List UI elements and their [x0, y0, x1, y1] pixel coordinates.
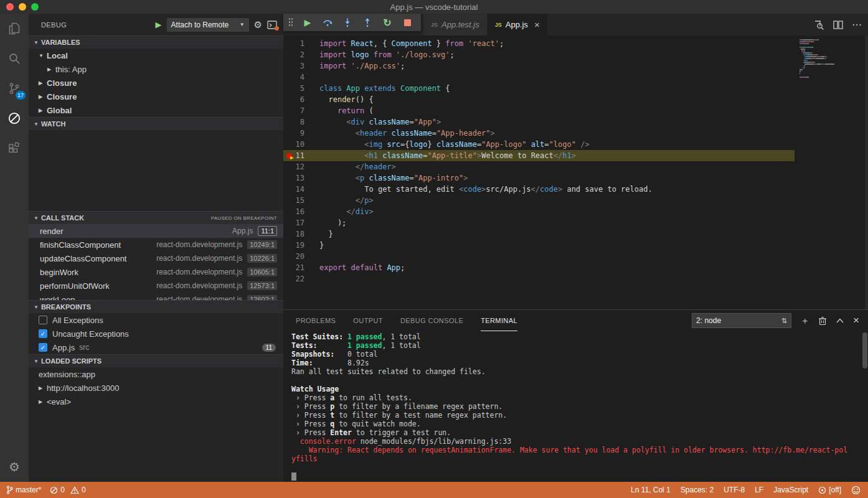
code-line[interactable]: 19} [283, 240, 868, 251]
code-line[interactable]: 1import React, { Component } from 'react… [283, 38, 868, 49]
problems-status[interactable]: 0 0 [50, 486, 85, 494]
variable-row[interactable]: ▶Global [29, 103, 283, 117]
code-line[interactable]: 20 [283, 251, 868, 262]
breakpoint-checkbox[interactable] [39, 316, 47, 324]
code-line[interactable]: 13 <p className="App-intro"> [283, 172, 868, 184]
kill-terminal-icon[interactable] [818, 316, 827, 326]
new-terminal-icon[interactable]: ＋ [800, 315, 809, 327]
encoding-status[interactable]: UTF-8 [724, 486, 745, 494]
gutter[interactable]: ▶11 [283, 150, 314, 161]
variable-row[interactable]: ▶Closure [29, 76, 283, 90]
step-into-button[interactable] [339, 15, 356, 30]
code-line[interactable]: 2import logo from './logo.svg'; [283, 49, 868, 60]
extensions-icon[interactable] [0, 133, 29, 163]
breakpoint-row[interactable]: ✓Uncaught Exceptions [29, 327, 283, 341]
breakpoint-checkbox[interactable]: ✓ [39, 343, 47, 352]
callstack-frame[interactable]: performUnitOfWorkreact-dom.development.j… [29, 279, 283, 293]
minimize-window-button[interactable] [19, 3, 26, 11]
stop-button[interactable] [399, 15, 416, 30]
cursor-position-status[interactable]: Ln 11, Col 1 [631, 486, 671, 494]
source-control-icon[interactable]: 17 [0, 73, 29, 103]
callstack-section-header[interactable]: ▼ CALL STACK PAUSED ON BREAKPOINT [29, 211, 283, 224]
code-line[interactable]: 12 </header> [283, 161, 868, 172]
gutter[interactable]: 10 [283, 139, 314, 150]
feedback-smiley-icon[interactable] [851, 486, 861, 495]
close-panel-icon[interactable]: × [853, 314, 859, 327]
code-line[interactable]: 3import './App.css'; [283, 60, 868, 72]
split-editor-icon[interactable] [833, 20, 843, 30]
loaded-script-row[interactable]: ▶http://localhost:3000 [29, 381, 283, 395]
settings-gear-icon[interactable]: ⚙ [9, 459, 20, 474]
code-line[interactable]: 7 return ( [283, 105, 868, 116]
search-icon[interactable] [0, 44, 29, 73]
code-line[interactable]: 9 <header className="App-header"> [283, 128, 868, 139]
gutter[interactable]: 22 [283, 273, 314, 284]
code-line[interactable]: 17 ); [283, 217, 868, 228]
code-line[interactable]: 4 [283, 72, 868, 83]
tab-problems[interactable]: PROBLEMS [296, 310, 336, 331]
indentation-status[interactable]: Spaces: 2 [681, 486, 714, 494]
callstack-frame[interactable]: updateClassComponentreact-dom.developmen… [29, 251, 283, 265]
maximize-panel-icon[interactable] [836, 317, 844, 324]
gutter[interactable]: 9 [283, 128, 314, 139]
code-line[interactable]: 6 render() { [283, 94, 868, 105]
tab-terminal[interactable]: TERMINAL [481, 310, 517, 331]
continue-button[interactable]: ▶ [299, 15, 316, 30]
tab-output[interactable]: OUTPUT [353, 310, 383, 331]
gutter[interactable]: 2 [283, 49, 314, 60]
gutter[interactable]: 3 [283, 60, 314, 72]
debug-console-icon[interactable] [267, 21, 277, 29]
drag-handle[interactable] [288, 17, 294, 27]
code-line[interactable]: 22 [283, 273, 868, 284]
code-line[interactable]: 21export default App; [283, 262, 868, 273]
close-tab-icon[interactable]: × [534, 19, 540, 30]
variable-row[interactable]: ▶Closure [29, 90, 283, 103]
callstack-frame[interactable]: finishClassComponentreact-dom.developmen… [29, 238, 283, 251]
gutter[interactable]: 6 [283, 94, 314, 105]
panel-scrollbar[interactable] [862, 332, 867, 369]
code-line[interactable]: 18 } [283, 228, 868, 240]
code-line[interactable]: 10 <img src={logo} className="App-logo" … [283, 139, 868, 150]
restart-button[interactable]: ↻ [379, 15, 396, 30]
variable-row[interactable]: ▼Local [29, 49, 283, 62]
tab-app-js[interactable]: JS App.js × [488, 14, 548, 35]
gutter[interactable]: 5 [283, 83, 314, 94]
callstack-frame[interactable]: workLoopreact-dom.development.js12602:1 [29, 293, 283, 300]
tab-app-test-js[interactable]: JS App.test.js [423, 14, 488, 35]
code-line[interactable]: 16 </div> [283, 206, 868, 217]
gutter[interactable]: 15 [283, 195, 314, 206]
gutter[interactable]: 20 [283, 251, 314, 262]
code-line[interactable]: ▶11 <h1 className="App-title">Welcome to… [283, 150, 868, 161]
debug-configure-gear-icon[interactable]: ⚙ [254, 19, 262, 31]
callstack-frame[interactable]: renderApp.js11:1 [29, 224, 283, 238]
git-branch-status[interactable]: master* [6, 486, 41, 494]
more-actions-icon[interactable]: ⋯ [852, 19, 862, 31]
variables-section-header[interactable]: ▼ VARIABLES [29, 35, 283, 49]
code-line[interactable]: 14 To get started, edit <code>src/App.js… [283, 184, 868, 195]
zoom-window-button[interactable] [31, 3, 39, 11]
variable-row[interactable]: ▶this: App [29, 62, 283, 76]
gutter[interactable]: 16 [283, 206, 314, 217]
language-mode-status[interactable]: JavaScript [773, 486, 808, 494]
screencast-status[interactable]: [off] [818, 486, 841, 494]
gutter[interactable]: 12 [283, 161, 314, 172]
minimap[interactable] [795, 35, 868, 309]
breakpoint-row[interactable]: All Exceptions [29, 313, 283, 327]
breakpoint-checkbox[interactable]: ✓ [39, 329, 47, 338]
editor-scrollbar[interactable] [865, 35, 868, 309]
eol-status[interactable]: LF [755, 486, 763, 494]
tab-debug-console[interactable]: DEBUG CONSOLE [400, 310, 463, 331]
gutter[interactable]: 21 [283, 262, 314, 273]
watch-section-header[interactable]: ▼ WATCH [29, 117, 283, 130]
explorer-icon[interactable] [0, 14, 29, 44]
gutter[interactable]: 7 [283, 105, 314, 116]
close-window-button[interactable] [6, 3, 14, 11]
gutter[interactable]: 4 [283, 72, 314, 83]
loaded-script-row[interactable]: extensions::app [29, 367, 283, 381]
gutter[interactable]: 14 [283, 184, 314, 195]
gutter[interactable]: 18 [283, 228, 314, 240]
code-line[interactable]: 8 <div className="App"> [283, 116, 868, 128]
gutter[interactable]: 13 [283, 172, 314, 184]
code-line[interactable]: 15 </p> [283, 195, 868, 206]
terminal-instance-select[interactable]: 2: node ⇅ [692, 313, 791, 328]
